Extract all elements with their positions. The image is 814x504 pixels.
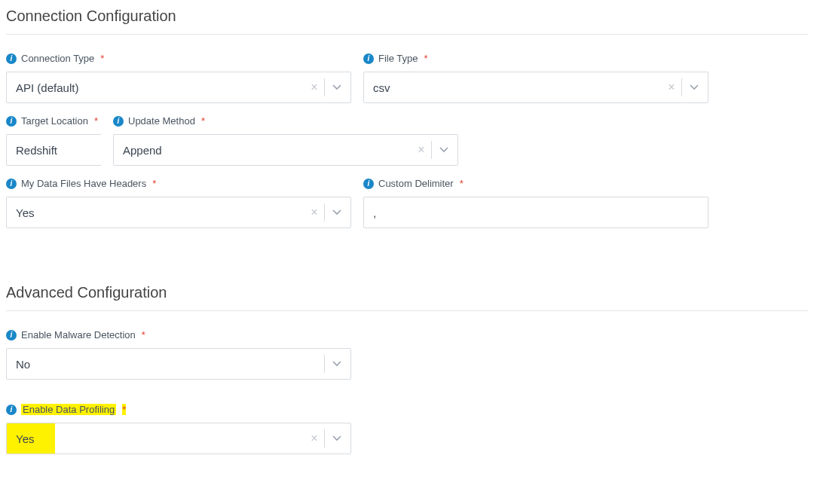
- label-text: Connection Type: [21, 53, 94, 64]
- chevron-down-icon[interactable]: [326, 435, 347, 441]
- update-method-select[interactable]: Append ×: [113, 134, 458, 166]
- divider: [324, 203, 325, 221]
- info-icon[interactable]: i: [6, 53, 17, 64]
- label-text: Update Method: [128, 115, 195, 127]
- section-title-advanced: Advanced Configuration: [6, 276, 808, 311]
- chevron-down-icon[interactable]: [433, 147, 454, 153]
- clear-icon[interactable]: ×: [306, 81, 323, 94]
- input-value: ,: [373, 206, 376, 219]
- clear-icon[interactable]: ×: [413, 143, 430, 157]
- select-value: API (default): [16, 81, 314, 94]
- select-value: csv: [373, 81, 672, 94]
- divider: [324, 355, 325, 373]
- label-text: File Type: [378, 53, 418, 64]
- clear-icon[interactable]: ×: [663, 81, 680, 94]
- label-custom-delimiter: i Custom Delimiter *: [363, 178, 708, 189]
- has-headers-select[interactable]: Yes ×: [6, 197, 351, 228]
- divider: [431, 141, 432, 159]
- chevron-down-icon[interactable]: [684, 84, 705, 90]
- select-value: Redshift: [16, 144, 92, 157]
- section-title-connection: Connection Configuration: [6, 0, 808, 35]
- label-file-type: i File Type *: [363, 53, 708, 64]
- info-icon[interactable]: i: [6, 116, 17, 127]
- required-indicator: *: [94, 115, 98, 127]
- required-indicator: *: [424, 53, 428, 64]
- select-value: Yes: [16, 432, 314, 445]
- label-update-method: i Update Method *: [113, 115, 458, 127]
- info-icon[interactable]: i: [6, 179, 17, 189]
- label-text: My Data Files Have Headers: [21, 178, 146, 189]
- info-icon[interactable]: i: [113, 116, 124, 127]
- info-icon[interactable]: i: [363, 179, 374, 189]
- info-icon[interactable]: i: [6, 405, 17, 415]
- required-indicator: *: [201, 115, 205, 127]
- clear-icon[interactable]: ×: [306, 206, 323, 219]
- connection-type-select[interactable]: API (default) ×: [6, 72, 351, 103]
- select-value: No: [16, 358, 314, 371]
- label-text: Enable Data Profiling: [21, 404, 116, 415]
- label-text: Custom Delimiter: [378, 178, 454, 189]
- required-indicator: *: [460, 178, 464, 189]
- divider: [324, 429, 325, 447]
- label-connection-type: i Connection Type *: [6, 53, 351, 64]
- info-icon[interactable]: i: [363, 53, 374, 64]
- select-value: Append: [123, 144, 421, 157]
- chevron-down-icon[interactable]: [326, 361, 347, 367]
- required-indicator: *: [142, 329, 145, 341]
- divider: [681, 78, 682, 96]
- label-has-headers: i My Data Files Have Headers *: [6, 178, 351, 189]
- profiling-select[interactable]: Yes ×: [6, 423, 351, 454]
- label-malware: i Enable Malware Detection *: [6, 329, 351, 341]
- file-type-select[interactable]: csv ×: [363, 72, 708, 103]
- select-value: Yes: [16, 206, 314, 219]
- label-target-location: i Target Location *: [6, 115, 101, 127]
- divider: [324, 78, 325, 96]
- chevron-down-icon[interactable]: [326, 84, 347, 90]
- required-indicator: *: [100, 53, 104, 64]
- label-text: Target Location: [21, 115, 88, 127]
- info-icon[interactable]: i: [6, 330, 17, 341]
- chevron-down-icon[interactable]: [326, 209, 347, 215]
- required-indicator: *: [152, 178, 156, 189]
- required-indicator: *: [122, 404, 126, 415]
- custom-delimiter-input[interactable]: ,: [363, 197, 708, 228]
- label-text: Enable Malware Detection: [21, 329, 136, 341]
- target-location-select[interactable]: Redshift: [6, 134, 101, 166]
- label-profiling: i Enable Data Profiling *: [6, 404, 351, 415]
- malware-select[interactable]: No: [6, 348, 351, 380]
